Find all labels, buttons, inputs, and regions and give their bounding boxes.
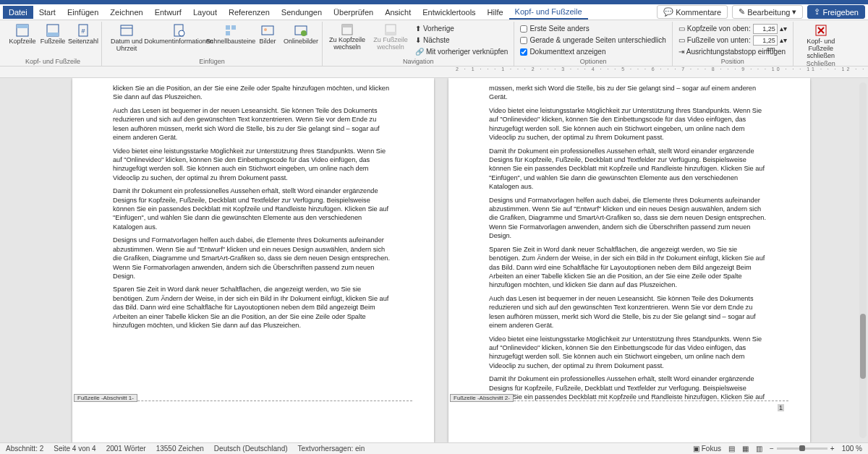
goto-header-icon [341,23,354,36]
spinner-icon[interactable]: ▴▾ [780,36,787,44]
tab-layout[interactable]: Layout [187,6,223,19]
svg-text:#: # [81,27,85,35]
footer-page-number[interactable]: 1 [778,404,784,411]
insert-alignment-tab[interactable]: ⇥Ausrichtungstabstopp einfügen [677,46,788,57]
group-label: Position [721,58,744,66]
svg-rect-3 [47,33,59,36]
status-chars[interactable]: 13550 Zeichen [156,445,204,453]
page-number-button[interactable]: #Seitenzahl [69,23,97,46]
online-pictures-button[interactable]: Onlinebilder [284,23,318,46]
horizontal-ruler[interactable]: 2 · 1 · · · 1 · · · 2 · · · 3 · · · 4 · … [0,67,868,78]
zoom-slider[interactable]: −+ [770,445,835,453]
ribbon-group-options: Erste Seite anders Gerade & ungerade Sei… [514,22,672,66]
view-web-layout-icon[interactable]: ▥ [756,445,762,453]
next-icon: ⬇ [415,36,421,44]
goto-header-button[interactable]: Zu Kopfzeile wechseln [327,23,367,51]
svg-point-14 [264,28,267,31]
pencil-icon: ✎ [739,7,745,17]
tab-draw[interactable]: Zeichnen [104,6,148,19]
show-doc-text-checkbox[interactable]: Dokumenttext anzeigen [519,46,667,57]
next-button[interactable]: ⬇Nächste [414,35,509,46]
zoom-level[interactable]: 100 % [842,445,862,453]
group-label: Navigation [403,58,434,66]
tab-design[interactable]: Entwurf [149,6,187,19]
tab-view[interactable]: Ansicht [379,6,417,19]
status-page[interactable]: Seite 4 von 4 [54,445,95,453]
previous-icon: ⬆ [415,25,421,33]
body-text: müssen, merkt sich Word die Stelle, bis … [448,78,810,401]
header-icon [15,23,30,38]
svg-rect-6 [121,25,132,35]
spinner-icon[interactable]: ▴▾ [780,25,787,33]
doc-info-button[interactable]: Dokumentinformationen [150,23,208,46]
page-right: müssen, merkt sich Word die Stelle, bis … [448,78,810,442]
header-from-top[interactable]: ▭Kopfzeile von oben:1,25 cm▴▾ [677,23,788,34]
comments-button[interactable]: 💬Kommentare [657,5,728,19]
tab-help[interactable]: Hilfe [482,6,509,19]
tab-start[interactable]: Start [33,6,61,19]
document-workspace: klicken Sie an die Position, an der Sie … [0,78,868,442]
status-words[interactable]: 2001 Wörter [106,445,146,453]
status-language[interactable]: Deutsch (Deutschland) [214,445,288,453]
vertical-scrollbar[interactable] [859,82,867,438]
link-icon: 🔗 [415,48,424,56]
share-button[interactable]: ⇪Freigeben [807,5,865,19]
footer-button[interactable]: Fußzeile [39,23,67,46]
online-picture-icon [294,23,308,38]
body-text: klicken Sie an die Position, an der Sie … [72,78,434,401]
date-time-button[interactable]: Datum und Uhrzeit [106,23,147,53]
tab-header-footer[interactable]: Kopf- und Fußzeile [509,5,588,20]
previous-button[interactable]: ⬆Vorherige [414,23,509,34]
tab-review[interactable]: Überprüfen [328,6,379,19]
ribbon: Kopfzeile Fußzeile #Seitenzahl Kopf- und… [0,20,868,67]
footer-zone[interactable]: Fußzeile -Abschnitt 2- 1 [470,401,788,435]
goto-footer-button: Zu Fußzeile wechseln [370,23,411,51]
zoom-out-icon[interactable]: − [770,445,774,453]
tab-insert[interactable]: Einfügen [61,6,104,19]
status-bar: Abschnitt: 2 Seite 4 von 4 2001 Wörter 1… [0,442,868,454]
share-icon: ⇪ [814,7,820,17]
odd-even-different-checkbox[interactable]: Gerade & ungerade Seiten unterschiedlich [519,35,667,46]
tab-references[interactable]: Referenzen [223,6,276,19]
svg-rect-12 [226,31,230,35]
svg-rect-10 [226,25,230,30]
header-button[interactable]: Kopfzeile [9,23,36,46]
footer-icon [46,23,60,38]
ribbon-group-insert: Datum und Uhrzeit Dokumentinformationen … [102,22,323,66]
svg-rect-20 [386,32,396,35]
close-header-footer-button[interactable]: Kopf- und Fußzeile schließen [798,23,844,60]
footer-tag: Fußzeile -Abschnitt 1- [74,394,137,402]
view-print-layout-icon[interactable]: ▤ [728,445,735,453]
pictures-button[interactable]: Bilder [254,23,281,46]
first-page-different-checkbox[interactable]: Erste Seite anders [519,23,667,34]
group-label: Optionen [580,58,607,66]
quick-parts-button[interactable]: Schnellbausteine [210,23,251,46]
zoom-in-icon[interactable]: + [830,445,835,453]
page-left: klicken Sie an die Position, an der Sie … [72,78,434,442]
svg-point-9 [179,30,184,36]
editing-button[interactable]: ✎Bearbeitung▾ [732,5,803,19]
status-section[interactable]: Abschnitt: 2 [6,445,43,453]
svg-rect-11 [231,25,236,30]
tab-icon: ⇥ [678,48,684,56]
scrollbar-thumb[interactable] [860,314,866,379]
footer-from-bottom[interactable]: ▭Fußzeile von unten:1,25 cm▴▾ [677,35,788,46]
header-top-icon: ▭ [678,25,685,33]
comment-icon: 💬 [663,7,673,17]
quick-parts-icon [224,23,238,38]
tab-mailings[interactable]: Sendungen [276,6,328,19]
footer-zone[interactable]: Fußzeile -Abschnitt 1- [94,401,412,435]
status-predictions[interactable]: Textvorhersagen: ein [298,445,365,453]
group-label: Kopf- und Fußzeile [25,58,80,66]
svg-rect-13 [262,26,273,35]
ribbon-group-position: ▭Kopfzeile von oben:1,25 cm▴▾ ▭Fußzeile … [673,22,793,66]
link-previous-button[interactable]: 🔗Mit vorheriger verknüpfen [414,46,509,57]
group-label: Einfügen [199,58,225,66]
close-icon [814,23,828,38]
tab-developer[interactable]: Entwicklertools [417,6,481,19]
view-read-mode-icon[interactable]: ▦ [742,445,749,453]
svg-rect-1 [17,25,28,28]
ribbon-group-navigation: Zu Kopfzeile wechseln Zu Fußzeile wechse… [323,22,514,66]
focus-mode-button[interactable]: ▣ Fokus [693,445,721,453]
tab-file[interactable]: Datei [3,6,33,19]
